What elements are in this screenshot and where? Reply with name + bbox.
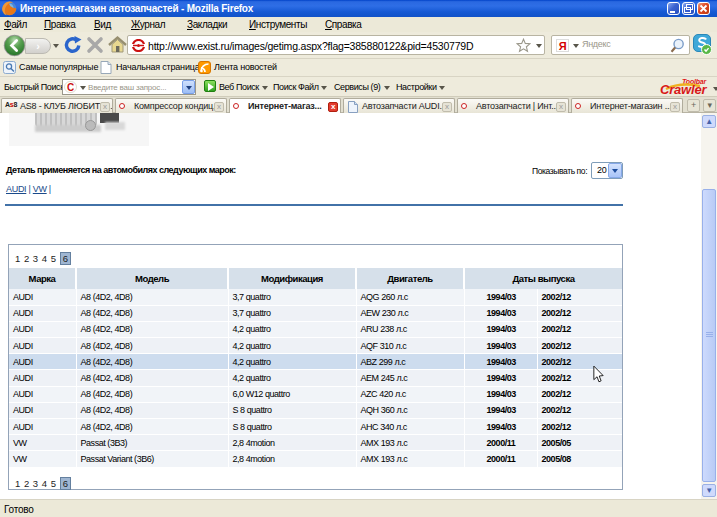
svg-text:Crawler: Crawler: [660, 82, 707, 96]
